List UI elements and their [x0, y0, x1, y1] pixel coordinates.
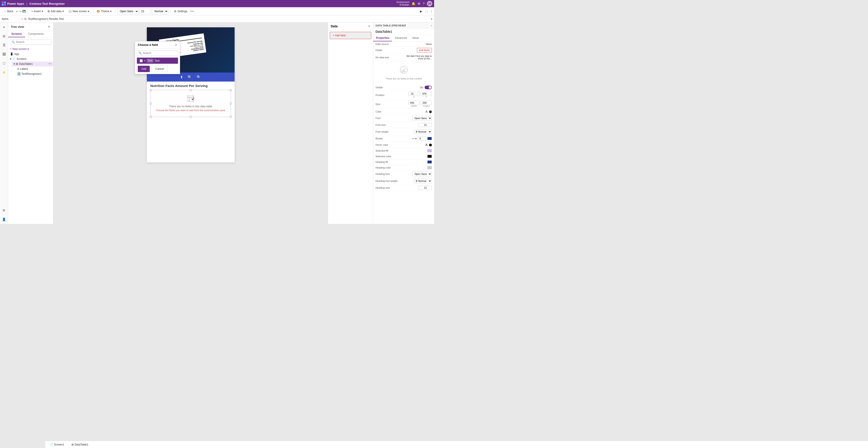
font-select[interactable]: Open Sans	[117, 8, 139, 14]
add-data-button[interactable]: ⊞ Add data ▾	[46, 9, 66, 14]
redo-icon[interactable]: ↪	[19, 10, 22, 13]
pp-header-expand-icon[interactable]: ›	[431, 24, 432, 27]
pp-font-select[interactable]: Open Sans	[412, 116, 432, 120]
tree-item-label1[interactable]: A Label1	[16, 66, 53, 71]
border-type-icon[interactable]: —	[412, 137, 414, 140]
new-screen-tree-button[interactable]: + New screen ▾	[8, 46, 53, 51]
cfd-close-button[interactable]: ✕	[175, 43, 177, 46]
more-icon[interactable]: •••	[190, 9, 194, 13]
cfd-cancel-button[interactable]: Cancel	[152, 66, 167, 72]
help-icon[interactable]: ?	[423, 2, 425, 5]
zoom-out-icon[interactable]: 🔍	[188, 75, 192, 79]
theme-chevron: ▾	[110, 10, 112, 13]
selected-color-swatch[interactable]	[427, 155, 432, 158]
sidebar-search-input[interactable]	[16, 40, 50, 44]
field-item-text[interactable]: ✓ ≡ Text Text	[137, 58, 178, 64]
save-icon[interactable]: 💾	[22, 10, 26, 13]
handle-tm[interactable]	[190, 89, 192, 91]
color-fill-icon: ⬤	[429, 110, 432, 113]
heading-color-swatch[interactable]	[427, 166, 432, 169]
avatar[interactable]: DB	[427, 1, 432, 6]
pp-heading-font-select[interactable]: Open Sans	[412, 172, 432, 176]
ai-sidebar-icon[interactable]: ⚡	[1, 70, 7, 75]
profile-icon[interactable]: 👤	[1, 217, 7, 222]
pp-border-size-input[interactable]	[417, 136, 427, 140]
data-sidebar-icon[interactable]: 🗄	[2, 42, 6, 48]
pp-heading-font-weight-select[interactable]: B Normal Bold	[414, 179, 432, 183]
border-color-swatch[interactable]	[427, 137, 432, 140]
components-sidebar-icon[interactable]: ⬡	[2, 61, 6, 66]
pp-heading-size-input[interactable]	[418, 186, 432, 190]
datatable1-label: DataTable1	[19, 62, 33, 66]
formula-chevron[interactable]: ▾	[431, 18, 432, 21]
pp-tab-advanced[interactable]: Advanced	[392, 35, 409, 41]
tab-screens[interactable]: Screens	[8, 31, 25, 37]
border-type-chevron[interactable]: ▾	[415, 137, 416, 140]
pp-visible-toggle[interactable]	[425, 85, 432, 89]
media-sidebar-icon[interactable]: 🖼	[2, 51, 6, 57]
settings-button[interactable]: ⚙ Settings	[172, 9, 189, 14]
pp-width-input[interactable]	[408, 101, 420, 105]
heading-fill-swatch[interactable]	[427, 161, 432, 164]
share-icon[interactable]: ↑	[431, 9, 432, 13]
edit-fields-button[interactable]: Edit fields	[417, 48, 432, 53]
pp-selected-color-label: Selected color	[375, 155, 391, 158]
data-panel-close[interactable]: ✕	[368, 25, 370, 28]
handle-bm[interactable]	[190, 116, 192, 118]
notification-icon[interactable]: 🔔	[411, 2, 415, 5]
pp-height-input[interactable]	[421, 101, 432, 105]
hover-fill-icon: ⬤	[429, 143, 432, 146]
preview-icon[interactable]: ⬚	[425, 9, 428, 13]
insert-button[interactable]: + Insert ▾	[30, 9, 45, 14]
pp-data-source-value: None	[426, 43, 432, 45]
handle-tr[interactable]	[230, 89, 231, 91]
handle-tl[interactable]	[150, 89, 152, 91]
field-checkbox[interactable]: ✓	[140, 59, 143, 62]
pp-y-input[interactable]	[421, 92, 432, 96]
handle-br[interactable]	[230, 116, 231, 118]
play-icon[interactable]: ▶	[420, 9, 422, 13]
new-screen-button[interactable]: ⬜ New screen ▾	[66, 9, 91, 14]
tree-item-textrecognizer1[interactable]: 🔤 TextRecognizer1	[16, 71, 53, 76]
add-field-button[interactable]: + Add field	[330, 32, 371, 39]
pp-x-label: X	[413, 96, 415, 98]
undo-icon[interactable]: ↩	[16, 10, 18, 13]
sidebar-tabs: Screens Components	[8, 31, 53, 37]
pp-tab-properties[interactable]: Properties	[373, 35, 392, 41]
upload-icon[interactable]: ⬆	[180, 75, 183, 79]
tree-item-app[interactable]: 📱 App	[8, 51, 53, 57]
add-data-chevron: ▾	[62, 10, 64, 13]
tree-item-datatable1[interactable]: ▾ ⊞ DataTable1 •••	[12, 62, 53, 66]
tree-item-screen1[interactable]: ▾ 📄 Screen1	[8, 57, 53, 62]
cfd-search-box[interactable]: 🔍	[137, 50, 178, 56]
theme-button[interactable]: 🎨 Theme ▾	[95, 9, 113, 14]
pp-font-weight-select[interactable]: B Normal Bold	[414, 130, 432, 134]
handle-ml[interactable]	[150, 103, 152, 104]
handle-mr[interactable]	[230, 103, 231, 104]
font-size-input[interactable]	[140, 8, 151, 14]
pp-font-size-input[interactable]	[418, 123, 432, 127]
app-tree-icon: 📱	[10, 53, 13, 56]
settings2-icon[interactable]: ⚙	[2, 208, 6, 213]
pp-header-info-icon[interactable]: ℹ	[405, 24, 406, 27]
pp-x-input[interactable]	[408, 92, 420, 96]
treeview-icon[interactable]: ≡	[2, 24, 6, 30]
sidebar-search-box[interactable]: 🔍	[10, 39, 51, 45]
tab-components[interactable]: Components	[25, 31, 47, 37]
insert-sidebar-icon[interactable]: ⊞	[2, 33, 6, 39]
pp-tab-ideas[interactable]: Ideas	[410, 35, 422, 41]
zoom-in-icon[interactable]: 🔍	[196, 75, 201, 79]
font-weight-select[interactable]: Normal Bold	[152, 8, 168, 14]
no-fields-control-text: There are no fields in this control	[386, 77, 422, 80]
sidebar-close-button[interactable]: ✕	[48, 25, 51, 29]
selected-fill-swatch[interactable]	[427, 149, 432, 152]
data-table-canvas[interactable]: There are no fields in this data table C…	[150, 90, 231, 117]
handle-bl[interactable]	[150, 116, 152, 118]
new-screen-chevron: ▾	[88, 10, 89, 13]
main-area: ≡ ⊞ 🗄 🖼 ⬡ ⚡ ⚙ 👤 Tree view ✕ Screens Comp…	[0, 23, 434, 224]
back-button[interactable]: ← Back	[2, 9, 15, 14]
cfd-add-button[interactable]: Add	[138, 66, 150, 72]
settings-icon[interactable]: ⚙	[417, 2, 421, 5]
datatable1-more-icon[interactable]: •••	[49, 62, 51, 66]
cfd-search-input[interactable]	[143, 51, 177, 55]
